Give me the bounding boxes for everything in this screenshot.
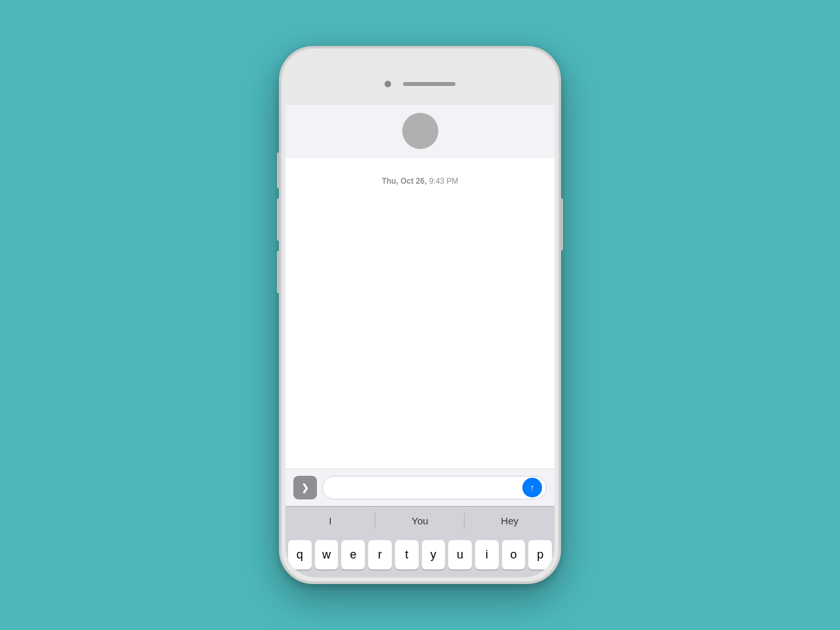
expand-button[interactable]: ❯ bbox=[293, 476, 317, 499]
power-button bbox=[560, 198, 563, 251]
send-button[interactable]: ↑ bbox=[522, 478, 542, 497]
predictive-label-you: You bbox=[411, 515, 428, 526]
keyboard-row-1: q w e r t y u i o p bbox=[288, 540, 552, 570]
predictive-word-hey[interactable]: Hey bbox=[465, 507, 555, 535]
predictive-label-i: I bbox=[329, 515, 331, 526]
messages-area: Thu, Oct 26, 9:43 PM bbox=[285, 158, 555, 469]
key-r[interactable]: r bbox=[368, 540, 392, 570]
volume-up-button bbox=[277, 198, 280, 241]
message-timestamp: Thu, Oct 26, 9:43 PM bbox=[382, 177, 459, 186]
key-w[interactable]: w bbox=[315, 540, 339, 570]
key-q[interactable]: q bbox=[288, 540, 312, 570]
message-input-wrapper: ↑ bbox=[322, 476, 547, 499]
volume-down-button bbox=[277, 251, 280, 293]
predictive-word-you[interactable]: You bbox=[375, 507, 465, 535]
predictive-word-i[interactable]: I bbox=[285, 507, 375, 535]
contact-header bbox=[285, 105, 555, 158]
front-camera bbox=[385, 81, 391, 87]
key-o[interactable]: o bbox=[502, 540, 526, 570]
key-t[interactable]: t bbox=[395, 540, 419, 570]
predictive-text-bar: I You Hey bbox=[285, 506, 555, 535]
keyboard: q w e r t y u i o p bbox=[285, 535, 555, 578]
send-icon: ↑ bbox=[530, 483, 535, 492]
key-y[interactable]: y bbox=[422, 540, 446, 570]
timestamp-time: 9:43 PM bbox=[429, 177, 459, 186]
speaker bbox=[403, 82, 455, 86]
key-e[interactable]: e bbox=[341, 540, 365, 570]
message-input[interactable] bbox=[332, 482, 522, 494]
expand-icon: ❯ bbox=[301, 482, 309, 493]
key-u[interactable]: u bbox=[448, 540, 472, 570]
key-p[interactable]: p bbox=[528, 540, 552, 570]
phone-frame: Thu, Oct 26, 9:43 PM ❯ ↑ I bbox=[279, 46, 561, 584]
screen: Thu, Oct 26, 9:43 PM ❯ ↑ I bbox=[285, 105, 555, 578]
timestamp-date: Thu, Oct 26, bbox=[382, 177, 427, 186]
predictive-label-hey: Hey bbox=[501, 515, 518, 526]
input-bar: ❯ ↑ bbox=[285, 469, 555, 506]
contact-avatar[interactable] bbox=[402, 113, 438, 149]
phone-top-bar bbox=[285, 52, 555, 105]
key-i[interactable]: i bbox=[475, 540, 499, 570]
phone-inner: Thu, Oct 26, 9:43 PM ❯ ↑ I bbox=[285, 52, 555, 578]
